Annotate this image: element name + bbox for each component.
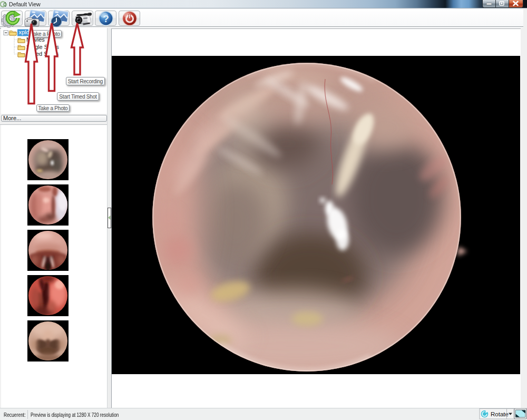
svg-text:Rotate: Rotate: [491, 411, 509, 417]
